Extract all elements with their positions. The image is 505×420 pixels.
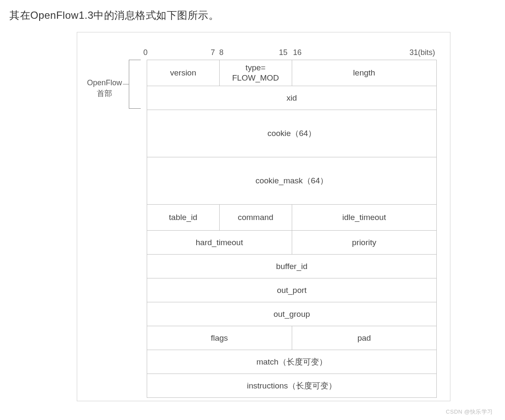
row-match: match（长度可变）: [147, 350, 437, 374]
caption-text: 其在OpenFlow1.3中的消息格式如下图所示。: [9, 9, 219, 22]
header-label-line1: OpenFlow: [87, 78, 122, 87]
field-command: command: [220, 205, 292, 230]
field-instructions: instructions（长度可变）: [147, 374, 437, 397]
row-flags-pad: flags pad: [147, 326, 437, 350]
row-hard-priority: hard_timeout priority: [147, 230, 437, 254]
bracket-stub-bot: [135, 108, 141, 109]
field-length: length: [292, 60, 437, 86]
tick-15: 15: [279, 48, 287, 57]
field-match: match（长度可变）: [147, 350, 437, 374]
field-version: version: [147, 60, 220, 86]
row-buffer-id: buffer_id: [147, 254, 437, 278]
field-idle-timeout: idle_timeout: [292, 205, 437, 230]
tick-0: 0: [143, 48, 148, 57]
field-priority: priority: [292, 231, 437, 254]
row-cookie-mask: cookie_mask（64）: [147, 157, 437, 204]
field-type: type= FLOW_MOD: [220, 60, 292, 86]
row-cookie: cookie（64）: [147, 110, 437, 157]
row-out-group: out_group: [147, 302, 437, 326]
row-header-1: version type= FLOW_MOD length: [147, 60, 437, 86]
watermark-text: CSDN @快乐学习: [446, 408, 493, 416]
field-pad: pad: [292, 326, 437, 350]
field-out-port: out_port: [147, 278, 437, 302]
message-format-grid: version type= FLOW_MOD length xid cookie…: [147, 60, 437, 398]
row-instructions: instructions（长度可变）: [147, 374, 437, 398]
header-label-connector: [123, 84, 129, 84]
bit-ruler: 0 7 8 15 16 31(bits): [147, 48, 437, 58]
row-xid: xid: [147, 86, 437, 110]
header-bracket: [129, 60, 136, 109]
row-tableid-cmd-idle: table_id command idle_timeout: [147, 204, 437, 230]
field-out-group: out_group: [147, 302, 437, 326]
tick-16: 16: [293, 48, 302, 57]
tick-8: 8: [219, 48, 223, 57]
bracket-stub-top: [135, 60, 141, 60]
field-hard-timeout: hard_timeout: [147, 231, 292, 254]
openflow-header-label: OpenFlow 首部: [85, 78, 124, 99]
field-flags: flags: [147, 326, 292, 350]
field-cookie-mask: cookie_mask（64）: [147, 157, 437, 204]
header-label-line2: 首部: [97, 89, 112, 98]
field-cookie: cookie（64）: [147, 110, 437, 157]
tick-31: 31(bits): [409, 48, 435, 57]
field-buffer-id: buffer_id: [147, 255, 437, 278]
row-out-port: out_port: [147, 278, 437, 302]
field-table-id: table_id: [147, 205, 220, 230]
tick-7: 7: [211, 48, 215, 57]
field-xid: xid: [147, 86, 437, 110]
